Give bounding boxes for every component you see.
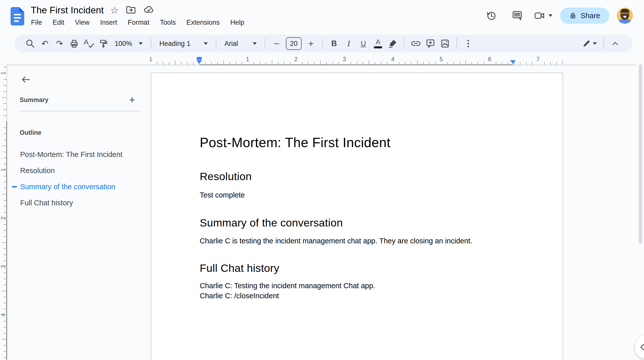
add-summary-button[interactable]: + (126, 94, 138, 106)
menu-insert[interactable]: Insert (99, 18, 118, 27)
ruler-tick (4, 236, 7, 237)
increase-font-size-button[interactable]: + (304, 37, 317, 51)
menu-edit[interactable]: Edit (52, 18, 66, 27)
highlight-color-icon[interactable] (386, 37, 399, 51)
ruler-tick (338, 62, 339, 65)
menu-file[interactable]: File (30, 18, 43, 27)
paragraph-style-select[interactable]: Heading 1 (155, 40, 212, 48)
menu-bar: File Edit View Insert Format Tools Exten… (30, 18, 245, 27)
logo-line (14, 20, 19, 22)
doc-paragraph[interactable]: Charlie C: Testing the incident manageme… (200, 281, 515, 301)
doc-heading[interactable]: Summary of the conversation (200, 216, 515, 229)
document-content[interactable]: Post-Mortem: The First Incident Resoluti… (200, 121, 515, 301)
version-history-icon[interactable] (482, 7, 501, 25)
ruler-number: 1 (146, 56, 156, 63)
ruler-tick (459, 62, 460, 65)
first-line-indent-marker[interactable] (197, 57, 202, 60)
summary-label: Summary (20, 96, 48, 104)
hide-menus-icon[interactable] (609, 37, 622, 51)
underline-button[interactable]: U (357, 37, 370, 51)
cloud-saved-icon[interactable] (143, 4, 155, 17)
ruler-tick (242, 62, 242, 65)
ruler-tick (2, 242, 7, 243)
editing-mode-select[interactable] (581, 37, 592, 51)
toolbar-divider (404, 38, 404, 49)
move-folder-icon[interactable] (125, 4, 136, 16)
italic-button[interactable]: I (342, 37, 355, 51)
ruler-tick (556, 62, 557, 65)
outline-label: Outline (20, 129, 41, 136)
left-indent-marker[interactable] (196, 60, 202, 64)
chevron-down-icon[interactable] (548, 14, 552, 17)
zoom-select[interactable]: 100% (111, 40, 147, 48)
outline-item[interactable]: Summary of the conversation (20, 180, 143, 193)
ruler-tick (465, 60, 466, 65)
right-indent-marker[interactable] (510, 60, 516, 64)
menu-help[interactable]: Help (229, 18, 245, 27)
outline-item[interactable]: Resolution (20, 164, 143, 177)
doc-paragraph[interactable]: Charlie C is testing the incident manage… (200, 236, 515, 246)
ruler-tick (254, 62, 254, 65)
undo-icon[interactable]: ↶ (38, 37, 51, 51)
toolbar-divider (265, 38, 265, 49)
doc-heading[interactable]: Full Chat history (200, 261, 515, 275)
decrease-font-size-button[interactable]: − (270, 37, 283, 51)
ruler-tick (4, 321, 7, 321)
spellcheck-icon[interactable]: A (82, 37, 95, 51)
vertical-ruler-line (6, 121, 7, 360)
star-icon[interactable]: ☆ (110, 6, 119, 15)
chevron-left-icon (637, 342, 644, 353)
join-call-button[interactable] (534, 7, 552, 25)
ruler-tick (508, 62, 508, 65)
account-avatar[interactable] (617, 8, 633, 24)
ruler-tick (157, 62, 157, 65)
show-side-panel-button[interactable] (635, 335, 644, 359)
document-title[interactable]: The First Incident (31, 5, 104, 16)
document-page[interactable]: Post-Mortem: The First Incident Resoluti… (151, 73, 563, 360)
font-size-input[interactable]: 20 (286, 37, 302, 50)
ruler-tick (4, 152, 7, 152)
ruler-tick (175, 60, 175, 65)
doc-heading[interactable]: Resolution (200, 170, 515, 183)
comments-icon[interactable] (508, 7, 526, 25)
ruler-tick (229, 62, 230, 65)
ruler-tick (2, 194, 7, 194)
ruler-tick (472, 62, 472, 65)
docs-logo-icon[interactable] (11, 7, 24, 25)
menu-format[interactable]: Format (127, 18, 151, 27)
more-options-icon[interactable] (462, 37, 475, 51)
outline-item[interactable]: Full Chat history (20, 197, 143, 209)
doc-paragraph-line: Charlie C: /closeIncident (200, 291, 515, 301)
ruler-tick (284, 62, 284, 65)
search-menus-icon[interactable] (24, 37, 37, 51)
chevron-down-icon[interactable] (593, 42, 597, 45)
outline-item[interactable]: Post-Mortem: The First Incident (20, 148, 143, 161)
redo-icon[interactable]: ↷ (53, 37, 66, 51)
print-icon[interactable] (68, 37, 81, 51)
ruler-tick (2, 339, 7, 340)
menu-extensions[interactable]: Extensions (185, 18, 221, 27)
ruler-tick (260, 62, 260, 65)
menu-view[interactable]: View (74, 18, 91, 27)
menu-tools[interactable]: Tools (159, 18, 177, 27)
ruler-tick (4, 357, 7, 358)
ruler-tick (4, 140, 7, 140)
text-color-button[interactable]: A (371, 37, 385, 51)
paint-format-icon[interactable] (97, 37, 110, 51)
ruler-number: 4 (388, 56, 398, 63)
font-family-select[interactable]: Arial (220, 40, 261, 48)
vertical-scrollbar-thumb[interactable] (639, 64, 642, 244)
ruler-tick (369, 60, 369, 65)
bold-button[interactable]: B (328, 37, 341, 51)
ruler-tick (399, 62, 399, 65)
insert-image-icon[interactable] (438, 37, 452, 51)
doc-title-heading[interactable]: Post-Mortem: The First Incident (200, 135, 515, 151)
share-button[interactable]: Share (560, 8, 609, 24)
logo-line (14, 17, 21, 19)
doc-paragraph[interactable]: Test complete (200, 190, 515, 200)
ruler-tick (4, 158, 7, 158)
add-comment-icon[interactable] (424, 37, 437, 51)
close-panel-back-button[interactable] (19, 73, 33, 87)
insert-link-icon[interactable] (409, 37, 422, 51)
ruler-tick (4, 248, 7, 249)
